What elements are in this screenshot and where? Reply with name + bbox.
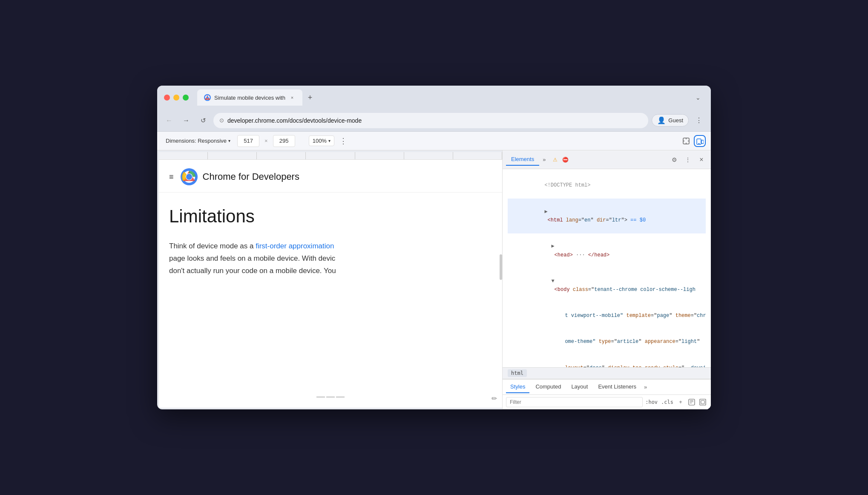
close-button[interactable] — [164, 95, 170, 101]
more-devtools-tabs[interactable]: » — [541, 154, 547, 165]
devtools-close-button[interactable]: × — [696, 154, 707, 166]
hov-button[interactable]: :hov — [645, 399, 658, 405]
active-tab[interactable]: Simulate mobile devices with × — [197, 89, 302, 106]
profile-button[interactable]: 👤 Guest — [652, 114, 689, 127]
browser-menu-button[interactable]: ⋮ — [692, 114, 706, 127]
devtools-settings-button[interactable]: ⚙ — [668, 154, 680, 166]
scroll-indicator — [316, 397, 345, 397]
lock-icon: ⊙ — [219, 117, 224, 124]
svg-rect-20 — [701, 400, 704, 404]
para3-text: don't actually run your code on a mobile… — [169, 265, 492, 277]
device-toolbar-menu[interactable]: ⋮ — [339, 136, 347, 146]
cursor-icon — [682, 137, 690, 145]
nav-bar: ← → ↺ ⊙ developer.chrome.com/docs/devtoo… — [157, 109, 711, 132]
devtools-toolbar: Elements » ⚠ ⛔ ⚙ ⋮ × — [503, 150, 711, 169]
svg-point-2 — [207, 97, 209, 99]
para1-text: Think of device mode as a — [169, 242, 256, 250]
event-listeners-tab[interactable]: Event Listeners — [594, 381, 641, 393]
para2-text: page looks and feels on a mobile device.… — [169, 253, 492, 265]
reload-button[interactable]: ↺ — [196, 114, 210, 127]
tabs-area: Simulate mobile devices with × + ⌄ — [197, 89, 704, 106]
styles-panel: Styles Computed Layout Event Listeners »… — [503, 379, 711, 409]
box-model-icon — [699, 399, 706, 406]
zoom-dropdown[interactable]: 100% ▾ — [309, 135, 334, 146]
minimize-button[interactable] — [173, 95, 179, 101]
warning-icons: ⚠ ⛔ — [551, 155, 569, 164]
warning-icon[interactable]: ⚠ — [551, 155, 559, 164]
profile-avatar-icon: 👤 — [657, 116, 666, 124]
layout-tab[interactable]: Layout — [567, 381, 592, 393]
error-icon[interactable]: ⛔ — [561, 155, 569, 164]
styles-tabs: Styles Computed Layout Event Listeners » — [503, 380, 711, 395]
page-content: Limitations Think of device mode as a fi… — [159, 193, 502, 291]
svg-rect-15 — [689, 399, 695, 405]
svg-rect-9 — [701, 140, 704, 144]
url-text: developer.chrome.com/docs/devtools/devic… — [227, 117, 642, 124]
styles-filter-input[interactable] — [506, 397, 643, 407]
address-bar[interactable]: ⊙ developer.chrome.com/docs/devtools/dev… — [213, 113, 648, 128]
page-header: ≡ — [159, 160, 502, 193]
toggle-element-state-button[interactable] — [687, 397, 696, 407]
profile-label: Guest — [668, 117, 683, 124]
inspect-element-button[interactable] — [680, 135, 692, 147]
hamburger-icon[interactable]: ≡ — [169, 173, 174, 181]
maximize-button[interactable] — [183, 95, 189, 101]
collapse-arrow[interactable]: ▶ — [544, 209, 547, 215]
svg-point-14 — [186, 174, 192, 180]
devtools-more-button[interactable]: ⋮ — [682, 154, 694, 166]
scrollbar[interactable] — [500, 254, 502, 280]
tree-doctype: <!DOCTYPE html> — [508, 173, 706, 199]
breadcrumb-html[interactable]: html — [508, 369, 527, 377]
styles-tab[interactable]: Styles — [506, 381, 529, 393]
pencil-icon[interactable]: ✏ — [491, 394, 497, 403]
zoom-label: 100% — [313, 138, 327, 144]
browser-window: Simulate mobile devices with × + ⌄ ← → ↺… — [157, 86, 711, 409]
device-toolbar: Dimensions: Responsive ▾ × 100% ▾ ⋮ — [157, 132, 711, 150]
cls-button[interactable]: .cls — [661, 399, 673, 405]
more-styles-tabs[interactable]: » — [642, 382, 649, 392]
device-mode-button[interactable] — [694, 135, 706, 147]
paint-icon — [688, 399, 695, 406]
page-heading: Limitations — [169, 206, 492, 227]
devtools-breadcrumb: html — [503, 367, 711, 379]
toggle-box-model-button[interactable] — [698, 397, 707, 407]
site-title: Chrome for Developers — [203, 171, 299, 182]
tree-head-element[interactable]: ▶ <head> ··· </head> — [508, 233, 706, 268]
tree-body-attr1: t viewport--mobile" template="page" them… — [508, 303, 706, 329]
elements-tab[interactable]: Elements — [506, 153, 539, 166]
page-body-text: Think of device mode as a first-order ap… — [169, 240, 492, 277]
forward-button[interactable]: → — [179, 114, 193, 127]
add-style-rule-button[interactable]: + — [676, 397, 685, 407]
styles-filter-row: :hov .cls + — [503, 395, 711, 409]
webpage-preview: ≡ — [159, 152, 502, 408]
back-button[interactable]: ← — [162, 114, 176, 127]
height-input[interactable] — [273, 135, 295, 147]
tab-title: Simulate mobile devices with — [214, 95, 285, 101]
dimension-separator: × — [264, 138, 268, 144]
tab-close-button[interactable]: × — [289, 94, 296, 101]
tree-body-attr2: ome-theme" type="article" appearance="li… — [508, 329, 706, 355]
chrome-favicon-icon — [204, 94, 211, 101]
title-bar: Simulate mobile devices with × + ⌄ — [157, 86, 711, 109]
html-tree[interactable]: <!DOCTYPE html> ▶ <html lang="en" dir="l… — [503, 169, 711, 367]
tree-html-element[interactable]: ▶ <html lang="en" dir="ltr"> == $0 — [508, 199, 706, 233]
new-tab-button[interactable]: + — [304, 92, 316, 104]
width-input[interactable] — [237, 135, 259, 147]
svg-rect-19 — [700, 399, 706, 405]
tree-body-element[interactable]: ▼ <body class="tenant--chrome color-sche… — [508, 268, 706, 303]
devtools-panel: Elements » ⚠ ⛔ ⚙ ⋮ × <!DOCTYPE html> — [502, 150, 711, 409]
zoom-arrow-icon: ▾ — [328, 138, 331, 143]
first-order-link[interactable]: first-order approximation — [256, 242, 334, 250]
traffic-lights — [164, 95, 189, 101]
device-mode-icon — [696, 137, 704, 145]
tree-body-attr3: layout="docs" display-toc ready style="-… — [508, 355, 706, 367]
logo-container: Chrome for Developers — [181, 168, 299, 185]
chrome-developers-logo — [181, 168, 198, 185]
tab-dropdown-button[interactable]: ⌄ — [692, 92, 704, 104]
dimensions-dropdown[interactable]: Dimensions: Responsive ▾ — [162, 136, 234, 146]
dimensions-arrow-icon: ▾ — [228, 138, 230, 143]
computed-tab[interactable]: Computed — [531, 381, 565, 393]
ruler — [159, 152, 502, 160]
dimensions-label: Dimensions: Responsive — [166, 138, 227, 144]
